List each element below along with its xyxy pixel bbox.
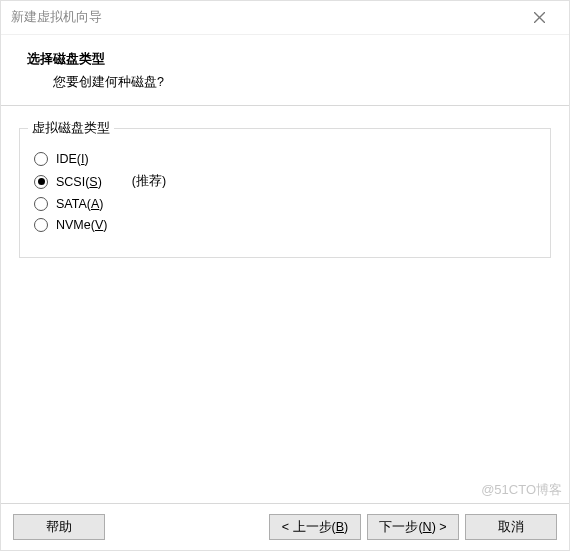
recommended-hint: (推荐) [132, 173, 166, 190]
radio-icon [34, 175, 48, 189]
wizard-header: 选择磁盘类型 您要创建何种磁盘? [1, 35, 569, 105]
radio-option-scsi[interactable]: SCSI(S) (推荐) [34, 173, 536, 190]
radio-option-ide[interactable]: IDE(I) [34, 152, 536, 166]
disk-type-group: 虚拟磁盘类型 IDE(I) SCSI(S) (推荐) SATA(A) NVMe(… [19, 128, 551, 258]
radio-option-sata[interactable]: SATA(A) [34, 197, 536, 211]
radio-icon [34, 197, 48, 211]
wizard-footer: 帮助 < 上一步(B) 下一步(N) > 取消 [1, 503, 569, 550]
next-button[interactable]: 下一步(N) > [367, 514, 459, 540]
cancel-button[interactable]: 取消 [465, 514, 557, 540]
group-legend: 虚拟磁盘类型 [28, 120, 114, 137]
radio-label: SATA(A) [56, 197, 103, 211]
radio-option-nvme[interactable]: NVMe(V) [34, 218, 536, 232]
content-area: 虚拟磁盘类型 IDE(I) SCSI(S) (推荐) SATA(A) NVMe(… [1, 106, 569, 503]
radio-label: SCSI(S) [56, 175, 102, 189]
titlebar: 新建虚拟机向导 [1, 1, 569, 35]
back-button[interactable]: < 上一步(B) [269, 514, 361, 540]
radio-label: NVMe(V) [56, 218, 107, 232]
radio-icon [34, 218, 48, 232]
close-button[interactable] [519, 3, 559, 33]
close-icon [534, 12, 545, 23]
window-title: 新建虚拟机向导 [11, 9, 519, 26]
help-button[interactable]: 帮助 [13, 514, 105, 540]
radio-label: IDE(I) [56, 152, 89, 166]
page-subtitle: 您要创建何种磁盘? [53, 74, 543, 91]
page-title: 选择磁盘类型 [27, 51, 543, 68]
wizard-window: 新建虚拟机向导 选择磁盘类型 您要创建何种磁盘? 虚拟磁盘类型 IDE(I) S… [0, 0, 570, 551]
radio-icon [34, 152, 48, 166]
